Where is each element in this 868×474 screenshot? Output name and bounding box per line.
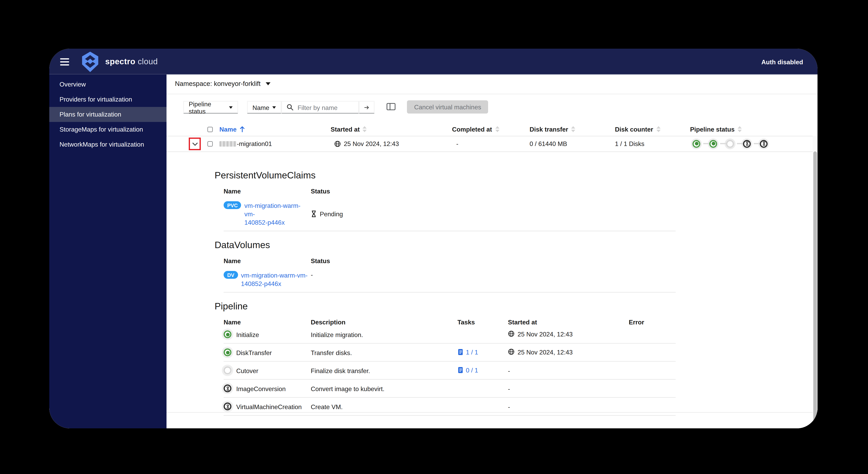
task-started-at: -	[508, 367, 510, 374]
name-filter-dropdown[interactable]: Name	[247, 101, 281, 113]
pvc-status-value: Pending	[320, 210, 343, 217]
dv-link[interactable]: vm-migration-warm-vm-140852-p446x	[241, 271, 308, 288]
checkbox-icon	[207, 141, 213, 146]
tasks-list-icon	[458, 366, 463, 373]
sidebar-nav: Overview Providers for virtualization Pl…	[49, 77, 166, 152]
task-description: Initialize migration.	[311, 331, 458, 338]
search-field[interactable]	[281, 101, 359, 113]
task-count-link[interactable]: 1 / 1	[458, 348, 478, 356]
task-state-icon	[224, 403, 231, 410]
pvc-section-title: PersistentVolumeClaims	[215, 170, 813, 181]
auth-status-label: Auth disabled	[762, 58, 803, 66]
started-at-cell: 25 Nov 2024, 12:43	[334, 136, 399, 151]
disk-transfer-cell: 0 / 61440 MB	[530, 136, 567, 151]
task-description: Create VM.	[311, 403, 458, 410]
expanded-plan-details: PersistentVolumeClaims Name Status PVC v…	[215, 170, 813, 416]
search-submit-button[interactable]	[359, 101, 374, 113]
search-input[interactable]	[296, 103, 353, 111]
sidebar-item[interactable]: Overview	[49, 77, 166, 92]
column-header-completed-at[interactable]: Completed at	[452, 123, 499, 136]
chevron-down-icon	[266, 82, 271, 85]
sort-ascending-icon	[240, 126, 244, 132]
task-state-icon	[224, 330, 231, 338]
pipeline-task-row: DiskTransfer Transfer disks.	[224, 344, 676, 362]
pipeline-task-row: ImageConversion Convert image to kubevir…	[224, 380, 676, 398]
scrollbar-track[interactable]	[813, 136, 817, 428]
screenshot-stage: spectrocloud Auth disabled Overview Prov…	[0, 0, 868, 474]
plan-name-cell: -migration01	[219, 136, 272, 151]
column-header-label: Disk transfer	[530, 126, 568, 133]
sort-icon	[656, 126, 660, 132]
column-header-name[interactable]: Name	[219, 123, 244, 136]
pvc-status-cell: Pending	[311, 201, 676, 227]
column-header-label: Completed at	[452, 126, 492, 133]
columns-icon	[386, 103, 396, 110]
completed-at-cell: -	[456, 136, 459, 151]
scrollbar-thumb[interactable]	[813, 151, 817, 424]
started-at-value: 25 Nov 2024, 12:43	[344, 140, 399, 147]
sidebar-item[interactable]: StorageMaps for virtualization	[49, 122, 166, 137]
plan-name-suffix: -migration01	[237, 140, 272, 147]
search-icon	[287, 104, 293, 110]
app-window: spectrocloud Auth disabled Overview Prov…	[49, 49, 817, 428]
column-header-started-at[interactable]: Started at	[331, 123, 367, 136]
disk-counter-cell: 1 / 1 Disks	[615, 136, 644, 151]
pipeline-header-tasks: Tasks	[458, 318, 508, 326]
column-header-pipeline-status[interactable]: Pipeline status	[690, 123, 742, 136]
column-header-disk-counter[interactable]: Disk counter	[615, 123, 660, 136]
pipeline-header-started-at: Started at	[508, 318, 629, 326]
globe-icon	[334, 140, 341, 147]
pipeline-status-filter-label: Pipeline status	[189, 100, 229, 114]
annotation-highlight-expand-toggle[interactable]	[189, 138, 201, 150]
globe-icon	[508, 349, 515, 355]
select-all-checkbox[interactable]	[207, 123, 213, 136]
cancel-virtual-machines-button[interactable]: Cancel virtual machines	[407, 100, 488, 113]
dv-section-title: DataVolumes	[215, 240, 813, 250]
dv-status-header: Status	[311, 257, 676, 264]
row-checkbox[interactable]	[207, 136, 213, 151]
namespace-label: Namespace: konveyor-forklift	[175, 80, 260, 87]
hamburger-menu-icon[interactable]	[60, 58, 69, 67]
column-header-label: Name	[219, 126, 237, 133]
pipeline-task-row: VirtualMachineCreation Create VM. -	[224, 398, 676, 416]
task-started-at: 25 Nov 2024, 12:43	[508, 348, 572, 356]
pvc-badge: PVC	[224, 201, 241, 209]
hourglass-icon	[226, 386, 229, 391]
pipeline-header-error: Error	[629, 318, 676, 326]
pipeline-task-row: Cutover Finalize disk transfer.	[224, 362, 676, 380]
task-started-at: 25 Nov 2024, 12:43	[508, 330, 572, 337]
dv-badge: DV	[224, 271, 238, 279]
sort-icon	[738, 126, 742, 132]
pvc-link[interactable]: vm-migration-warm-vm-140852-p446x	[244, 201, 311, 227]
chevron-down-icon	[272, 106, 276, 108]
hourglass-icon	[311, 210, 317, 217]
pipeline-header-name: Name	[224, 318, 311, 326]
checkbox-icon	[207, 127, 213, 132]
task-description: Convert image to kubevirt.	[311, 385, 458, 392]
pipeline-status-steps	[692, 136, 768, 151]
task-name: ImageConversion	[236, 385, 286, 392]
pvc-name-header: Name	[224, 188, 311, 195]
pipeline-status-filter-dropdown[interactable]: Pipeline status	[183, 101, 238, 113]
pvc-table: Name Status PVC vm-migration-warm-vm-140…	[224, 188, 676, 231]
arrow-right-icon	[364, 104, 369, 111]
pipeline-step-icon	[743, 140, 751, 147]
sort-icon	[495, 126, 499, 132]
sidebar-item[interactable]: NetworkMaps for virtualization	[49, 137, 166, 152]
task-state-icon	[224, 384, 231, 392]
namespace-selector[interactable]: Namespace: konveyor-forklift	[175, 80, 271, 87]
pipeline-rows: Initialize Initialize migration.	[224, 326, 676, 416]
pipeline-step-icon	[760, 140, 768, 147]
top-bar: spectrocloud Auth disabled	[49, 49, 817, 74]
sidebar-item[interactable]: Providers for virtualization	[49, 92, 166, 107]
task-started-at: -	[508, 385, 510, 392]
spectro-cloud-logo-icon	[81, 52, 100, 74]
column-header-disk-transfer[interactable]: Disk transfer	[530, 123, 576, 136]
manage-columns-button[interactable]	[386, 103, 396, 112]
sidebar-item[interactable]: Plans for virtualization	[49, 107, 166, 122]
globe-icon	[508, 331, 515, 337]
pipeline-step-icon	[709, 140, 717, 147]
main-content: Namespace: konveyor-forklift Pipeline st…	[166, 74, 817, 428]
task-count-link[interactable]: 0 / 1	[458, 366, 478, 373]
column-header-label: Pipeline status	[690, 126, 735, 133]
